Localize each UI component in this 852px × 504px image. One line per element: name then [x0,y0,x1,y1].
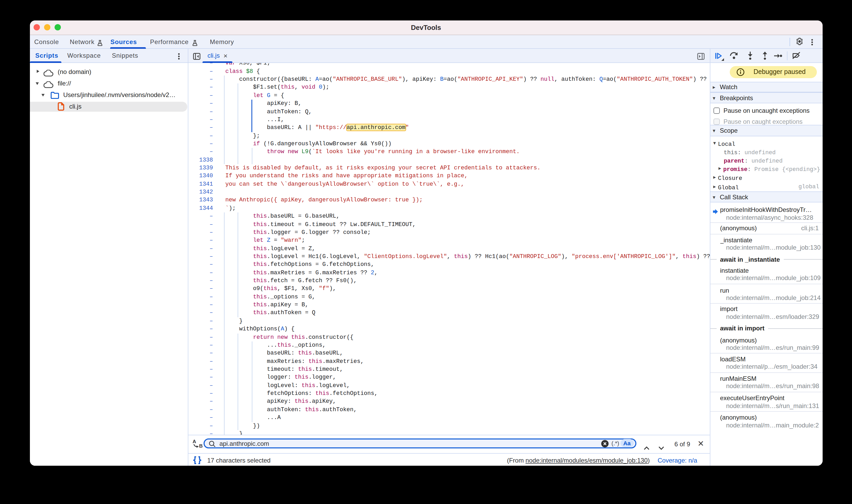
svg-text:A: A [193,439,196,444]
svg-text:B: B [199,443,203,448]
